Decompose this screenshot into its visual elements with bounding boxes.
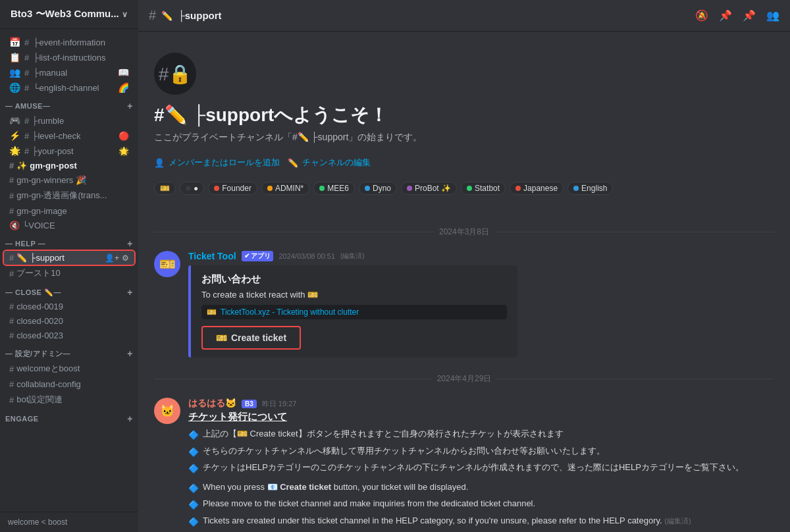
role-dot	[365, 186, 370, 191]
settings-icon[interactable]: ⚙	[122, 253, 129, 263]
message-header: はるはる🐱 B3 昨日 19:27	[188, 398, 774, 410]
sidebar-item-gm-gn-winners[interactable]: # gm-gn-winners 🎉	[4, 173, 134, 187]
create-ticket-button[interactable]: 🎫 Create ticket	[201, 326, 301, 350]
channel-label: closed-0019	[16, 302, 129, 311]
sidebar-item-bot-settings[interactable]: # bot設定関連	[4, 392, 134, 408]
channel-label: └english-channel	[33, 83, 115, 93]
sidebar-item-level-check[interactable]: ⚡ # ├level-check 🔴	[4, 128, 134, 143]
edit-channel-button[interactable]: ✏️ チャンネルの編集	[288, 154, 371, 171]
hash-symbol: #	[9, 253, 14, 263]
embed-desc: To create a ticket react with 🎫	[201, 290, 507, 300]
hash-symbol: #	[9, 206, 14, 216]
sidebar-item-closed-0019[interactable]: # closed-0019	[4, 300, 134, 313]
pin-icon: 🌐	[9, 82, 20, 93]
edit-icon: ✏️	[288, 158, 298, 168]
server-header[interactable]: Bto3 〜Web3 Commu... ∨	[0, 0, 138, 29]
create-ticket-label: Create ticket	[231, 332, 286, 343]
hash-icon: #	[24, 68, 29, 78]
user-avatar-icon: 🐱	[160, 404, 174, 418]
welcome-desc: ここがプライベートチャンネル「#✏️ ├support」の始まりです。	[154, 132, 422, 144]
sidebar-item-your-post[interactable]: 🌟 # ├your-post 🌟	[4, 144, 134, 158]
pin-icon: 📋	[9, 52, 20, 63]
hash-icon: #	[24, 53, 29, 63]
sidebar-item-closed-0020[interactable]: # closed-0020	[4, 314, 134, 328]
sidebar-item-event-information[interactable]: 📅 # ├event-information	[4, 35, 134, 49]
members-icon[interactable]: 👥	[766, 9, 779, 22]
sidebar-item-voice[interactable]: 🔇 └VOICE	[4, 219, 134, 232]
hash-symbol: #	[24, 131, 29, 141]
link-text: TicketTool.xyz - Ticketing without clutt…	[221, 307, 359, 317]
category-label: ENGAGE	[5, 415, 39, 423]
channel-icon-circle: #🔒	[154, 53, 196, 95]
add-channel-icon[interactable]: +	[127, 348, 133, 359]
channel-label: gm-gn-post	[30, 161, 129, 171]
sidebar-item-manual[interactable]: 👥 # ├manual 📖	[4, 65, 134, 80]
ticket-embed: お問い合わせ To create a ticket react with 🎫 🎫…	[188, 265, 517, 358]
channel-label: ├level-check	[32, 131, 116, 141]
channel-label: └VOICE	[22, 221, 129, 230]
add-member-icon[interactable]: 👤+	[105, 253, 119, 263]
main-content: # ✏️ ├support 🔕 📌 📌 👥 #🔒 #✏️ ├supportへよう…	[138, 0, 790, 532]
bullet-icon: 🔷	[188, 482, 199, 495]
hash-symbol: #	[9, 379, 14, 389]
notification-icon[interactable]: 🔕	[695, 9, 708, 22]
role-name: English	[581, 184, 607, 193]
sidebar-item-collabland[interactable]: # collabland-config	[4, 377, 134, 391]
bullet-icon: 🔷	[188, 446, 199, 459]
list-item: 🔷 When you press 📧 Create ticket button,…	[188, 481, 774, 495]
category-engage[interactable]: ENGAGE +	[0, 411, 138, 425]
channel-label: collabland-config	[16, 379, 129, 389]
role-badge-english: English	[567, 182, 613, 195]
role-badge-japanese: Japanese	[510, 182, 564, 195]
channel-header-name: ├support	[178, 10, 221, 21]
channel-label: ├rumble	[32, 116, 129, 126]
message-subject: チケット発行について	[188, 411, 774, 423]
channel-label: ├manual	[33, 68, 115, 78]
category-close[interactable]: — CLOSE ✏️— +	[0, 284, 138, 299]
category-amuse[interactable]: — AMUSE— +	[0, 98, 138, 113]
add-channel-icon[interactable]: +	[127, 287, 133, 298]
role-dot	[467, 186, 472, 191]
sidebar-item-rumble[interactable]: 🎮 # ├rumble	[4, 113, 134, 128]
bookmark-icon[interactable]: 📌	[743, 9, 756, 22]
welcome-section: #🔒 #✏️ ├supportへようこそ！ ここがプライベートチャンネル「#✏️…	[138, 42, 790, 216]
sidebar-item-gm-gn-post[interactable]: # ✨ gm-gn-post	[4, 159, 134, 173]
role-name: ADMIN*	[275, 184, 303, 193]
role-badge-probot: ProBot ✨	[401, 182, 457, 195]
message-content: はるはる🐱 B3 昨日 19:27 チケット発行について 🔷 上記の【🎫 Cre…	[188, 398, 774, 531]
sidebar-item-gm-gn-image[interactable]: # gm-gn-image	[4, 204, 134, 218]
emoji-icon: 🌟	[118, 146, 129, 156]
pin-icon: 👥	[9, 67, 20, 78]
channel-label: bot設定関連	[16, 394, 129, 406]
add-channel-icon[interactable]: +	[127, 101, 133, 111]
ticket-emoji: 🎫	[216, 332, 227, 343]
sidebar-item-support[interactable]: # ✏️ ├support 👤+ ⚙	[4, 251, 134, 265]
sidebar-item-boost10[interactable]: # ブースト10	[4, 265, 134, 281]
bullet-icon: 🔷	[188, 429, 199, 442]
date-divider-2: 2024年4月29日	[138, 363, 790, 395]
bot-username: Ticket Tool	[188, 251, 236, 261]
sidebar-item-welcome-boost[interactable]: # welcomeとboost	[4, 361, 134, 377]
sidebar-item-list-of-instructions[interactable]: 📋 # ├list-of-instructions	[4, 50, 134, 65]
bullet-text: 上記の【🎫 Create ticket】ボタンを押されますとご自身の発行されたチ…	[203, 427, 564, 440]
add-channel-icon[interactable]: +	[127, 413, 133, 424]
category-help[interactable]: — HELP — +	[0, 236, 138, 250]
add-members-icon: 👤	[154, 158, 165, 168]
hash-icon: ⚡	[9, 130, 20, 141]
add-channel-icon[interactable]: +	[127, 238, 133, 249]
embed-link[interactable]: 🎫 TicketTool.xyz - Ticketing without clu…	[201, 305, 507, 319]
sidebar-item-closed-0023[interactable]: # closed-0023	[4, 329, 134, 342]
sidebar-item-gm-gn-trans[interactable]: # gm-gn-透過画像(trans...	[4, 188, 134, 203]
channel-header: # ✏️ ├support 🔕 📌 📌 👥	[138, 0, 790, 32]
add-members-button[interactable]: 👤 メンバーまたはロールを追加	[154, 154, 280, 171]
footer-nav[interactable]: welcome < boost	[8, 518, 67, 527]
hash-symbol: #	[9, 302, 14, 311]
list-item: 🔷 そちらのチケットチャンネルへ移動して専用チケットチャンネルからお問い合わせ等…	[188, 444, 774, 459]
category-label: — HELP —	[5, 240, 45, 248]
category-settings[interactable]: — 設定/アドミン— +	[0, 346, 138, 360]
role-name: MEE6	[327, 184, 349, 193]
role-name: ProBot ✨	[415, 184, 451, 193]
sidebar-item-english-channel[interactable]: 🌐 # └english-channel 🌈	[4, 80, 134, 95]
message-content: Ticket Tool ✔ アプリ 2024/03/08 00:51 (編集済)…	[188, 251, 774, 358]
pin-icon[interactable]: 📌	[719, 9, 732, 22]
